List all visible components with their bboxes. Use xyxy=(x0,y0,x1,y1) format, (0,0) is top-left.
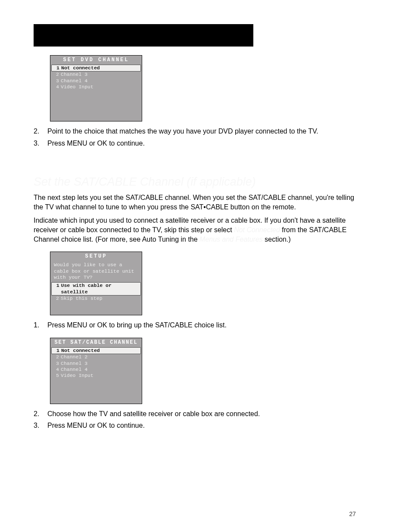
menu-rows: 1Not connected2Channel 23Channel 34Chann… xyxy=(50,347,142,379)
menu-row-number: 1 xyxy=(53,283,59,295)
menu-row: 1Not connected xyxy=(51,347,141,354)
menu-row-label: Use with cable or satellite xyxy=(61,283,139,295)
menu-row-label: Video Input xyxy=(61,373,93,379)
menu-row: 3Channel 3 xyxy=(50,361,142,367)
page-number: 27 xyxy=(349,510,356,517)
step-item: 3.Press MENU or OK to continue. xyxy=(34,139,356,148)
menu-row-label: Channel 3 xyxy=(61,361,87,367)
step-text: Press MENU or OK to continue. xyxy=(47,139,356,148)
step-item: 2.Point to the choice that matches the w… xyxy=(34,127,356,136)
section-heading: Set the SAT/CABLE Channel (if applicable… xyxy=(34,175,356,189)
menu-row-label: Not connected xyxy=(61,65,100,71)
step-text: Point to the choice that matches the way… xyxy=(47,127,356,136)
menu-title: SET SAT/CABLE CHANNEL xyxy=(50,338,142,347)
menu-row-number: 4 xyxy=(53,367,59,373)
menu-row-label: Channel 4 xyxy=(61,367,87,373)
step-number: 3. xyxy=(34,139,47,148)
text: section.) xyxy=(265,236,290,243)
menu-row-number: 1 xyxy=(53,348,59,354)
faint-text: Not Connected xyxy=(234,226,280,233)
steps-sat-2: 2.Choose how the TV and satellite receiv… xyxy=(34,409,356,430)
steps-sat-1: 1.Press MENU or OK to bring up the SAT/C… xyxy=(34,320,356,330)
menu-row: 5Video Input xyxy=(50,373,142,379)
steps-dvd: 2.Point to the choice that matches the w… xyxy=(34,127,356,148)
menu-row-label: Channel 4 xyxy=(61,78,87,84)
menu-row: 2Skip this step xyxy=(50,296,142,302)
step-number: 3. xyxy=(34,421,47,430)
header-bar xyxy=(34,24,253,47)
menu-row: 1Not connected xyxy=(51,65,141,72)
menu-row-label: Channel 3 xyxy=(61,72,87,78)
menu-rows: 1Not connected2Channel 33Channel 44Video… xyxy=(50,65,142,90)
menu-row: 1Use with cable or satellite xyxy=(51,282,141,296)
menu-question: Would you like to use a cable box or sat… xyxy=(50,261,142,282)
menu-row: 4Video Input xyxy=(50,84,142,90)
menu-row: 2Channel 2 xyxy=(50,354,142,360)
menu-row: 3Channel 4 xyxy=(50,78,142,84)
step-text: Press MENU or OK to bring up the SAT/CAB… xyxy=(47,320,356,330)
menu-row-number: 1 xyxy=(53,65,59,71)
menu-row-number: 2 xyxy=(53,296,59,302)
step-text: Press MENU or OK to continue. xyxy=(47,421,356,430)
menu-rows: 1Use with cable or satellite2Skip this s… xyxy=(50,282,142,302)
step-number: 2. xyxy=(34,409,47,419)
menu-row-number: 4 xyxy=(53,84,59,90)
menu-row-label: Channel 2 xyxy=(61,354,87,360)
section-intro-2: Indicate which input you used to connect… xyxy=(34,216,356,244)
menu-row: 2Channel 3 xyxy=(50,72,142,78)
step-item: 1.Press MENU or OK to bring up the SAT/C… xyxy=(34,320,356,330)
step-item: 2.Choose how the TV and satellite receiv… xyxy=(34,409,356,419)
menu-setup: SETUP Would you like to use a cable box … xyxy=(50,252,142,315)
menu-row-number: 2 xyxy=(53,354,59,360)
menu-row-number: 5 xyxy=(53,373,59,379)
menu-row-label: Skip this step xyxy=(61,296,103,302)
menu-row-label: Video Input xyxy=(61,84,93,90)
step-number: 1. xyxy=(34,320,47,330)
menu-set-dvd-channel: SET DVD CHANNEL 1Not connected2Channel 3… xyxy=(50,55,142,121)
section-intro-1: The next step lets you set the SAT/CABLE… xyxy=(34,193,356,212)
menu-row: 4Channel 4 xyxy=(50,367,142,373)
menu-row-label: Not connected xyxy=(61,348,100,354)
step-text: Choose how the TV and satellite receiver… xyxy=(47,409,356,419)
faint-text: Menus and Features xyxy=(199,236,263,243)
menu-row-number: 3 xyxy=(53,361,59,367)
menu-title: SETUP xyxy=(50,252,142,261)
menu-row-number: 3 xyxy=(53,78,59,84)
menu-row-number: 2 xyxy=(53,72,59,78)
menu-title: SET DVD CHANNEL xyxy=(50,56,142,65)
step-item: 3.Press MENU or OK to continue. xyxy=(34,421,356,430)
step-number: 2. xyxy=(34,127,47,136)
menu-set-sat-cable-channel: SET SAT/CABLE CHANNEL 1Not connected2Cha… xyxy=(50,338,142,404)
